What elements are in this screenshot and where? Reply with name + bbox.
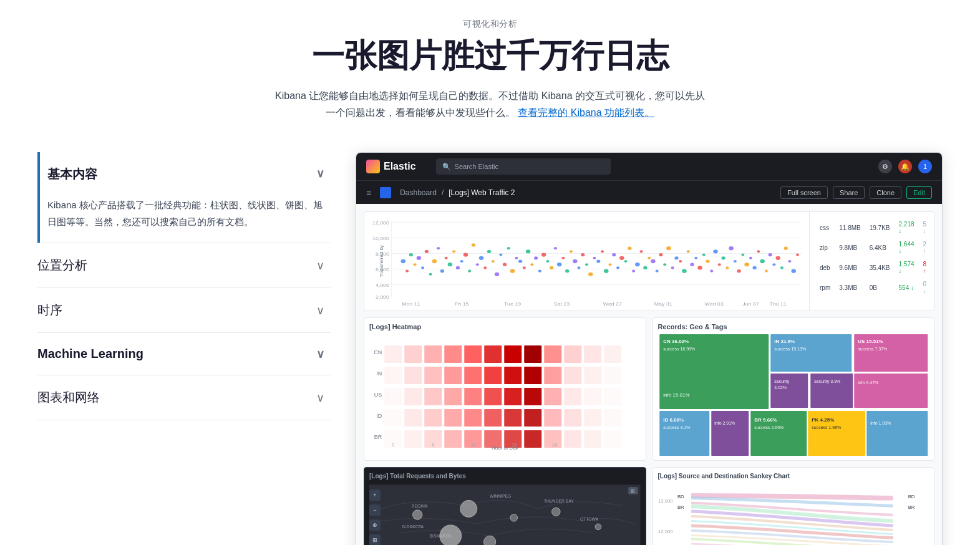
svg-text:12,000: 12,000 bbox=[658, 529, 673, 534]
map-layers-icon[interactable]: ⊞ bbox=[369, 534, 381, 545]
svg-point-101 bbox=[749, 257, 752, 259]
svg-rect-133 bbox=[484, 345, 502, 363]
svg-rect-174 bbox=[584, 409, 601, 427]
svg-rect-151 bbox=[604, 367, 621, 384]
svg-text:13,000: 13,000 bbox=[658, 499, 673, 504]
svg-point-92 bbox=[713, 249, 718, 253]
svg-text:12: 12 bbox=[471, 443, 476, 447]
svg-rect-132 bbox=[464, 345, 482, 363]
svg-point-72 bbox=[635, 263, 640, 266]
kibana-navbar: ≡ Dashboard / [Logs] Web Traffic 2 Full … bbox=[356, 180, 942, 204]
svg-point-74 bbox=[643, 266, 647, 269]
top-chart-panel: Transferred by 12,000 bbox=[364, 211, 934, 311]
accordion-header-time[interactable]: 时序 ∨ bbox=[37, 288, 331, 332]
svg-point-64 bbox=[604, 269, 609, 273]
svg-rect-153 bbox=[404, 388, 422, 405]
svg-rect-166 bbox=[424, 409, 442, 427]
svg-text:Thu 11: Thu 11 bbox=[770, 302, 787, 307]
svg-point-99 bbox=[741, 254, 744, 256]
svg-point-96 bbox=[729, 246, 734, 250]
svg-point-65 bbox=[609, 263, 612, 266]
svg-rect-129 bbox=[404, 345, 422, 363]
accordion-label-basic: 基本内容 bbox=[47, 166, 97, 183]
elastic-logo: Elastic bbox=[366, 160, 416, 173]
nav-actions: Full screen Share Clone Edit bbox=[780, 186, 932, 199]
svg-text:info 15.01%: info 15.01% bbox=[663, 392, 689, 398]
svg-point-66 bbox=[612, 253, 616, 256]
svg-point-55 bbox=[570, 250, 573, 253]
hamburger-icon[interactable]: ≡ bbox=[366, 188, 371, 198]
elastic-icon bbox=[366, 160, 380, 173]
fullscreen-button[interactable]: Full screen bbox=[780, 186, 828, 199]
clone-button[interactable]: Clone bbox=[870, 186, 901, 199]
page-wrapper: 可视化和分析 一张图片胜过千万行日志 Kibana 让您能够自由地选择如何呈现自… bbox=[0, 0, 980, 545]
notifications-icon[interactable]: 🔔 bbox=[898, 160, 912, 173]
svg-point-80 bbox=[666, 246, 671, 250]
left-sidebar: 基本内容 ∧ Kibana 核心产品搭载了一批经典功能：柱状图、线状图、饼图、旭… bbox=[37, 152, 331, 420]
svg-rect-177 bbox=[404, 430, 422, 448]
svg-point-84 bbox=[682, 269, 687, 273]
svg-text:success 3.1%: success 3.1% bbox=[663, 425, 690, 430]
svg-point-112 bbox=[791, 269, 796, 273]
map-panel: [Logs] Total Requests and Bytes + − ⊕ ⊞ … bbox=[364, 467, 646, 545]
search-icon: 🔍 bbox=[442, 163, 451, 171]
search-placeholder: Search Elastic bbox=[455, 163, 498, 170]
svg-text:info 1.93%: info 1.93% bbox=[870, 421, 891, 425]
table-row: zip 9.8MB 6.4KB 1,644 ↓ 2 ↑ bbox=[816, 238, 930, 257]
svg-text:US 15.51%: US 15.51% bbox=[858, 339, 883, 344]
accordion-header-graph[interactable]: 图表和网络 ∨ bbox=[37, 375, 331, 420]
accordion-item-time: 时序 ∨ bbox=[37, 288, 331, 333]
home-icon[interactable] bbox=[380, 187, 391, 198]
svg-text:THUNDER BAY: THUNDER BAY bbox=[544, 499, 574, 503]
svg-point-26 bbox=[456, 266, 460, 269]
svg-rect-164 bbox=[384, 409, 402, 427]
accordion-header-geo[interactable]: 位置分析 ∨ bbox=[37, 243, 331, 287]
table-row: css 11.8MB 19.7KB 2,218 ↓ 5 ↓ bbox=[816, 218, 930, 237]
accordion-item-geo: 位置分析 ∨ bbox=[37, 243, 331, 288]
sankey-title: [Logs] Source and Destination Sankey Cha… bbox=[658, 473, 929, 480]
subtitle-label: 可视化和分析 bbox=[37, 19, 943, 30]
svg-point-102 bbox=[753, 266, 757, 269]
search-bar[interactable]: 🔍 Search Elastic bbox=[436, 158, 611, 175]
svg-rect-152 bbox=[384, 388, 402, 405]
user-avatar[interactable]: 1 bbox=[918, 160, 932, 173]
svg-point-43 bbox=[523, 267, 526, 269]
svg-text:Jun 07: Jun 07 bbox=[742, 302, 759, 307]
edit-button[interactable]: Edit bbox=[906, 186, 932, 199]
svg-text:6: 6 bbox=[432, 443, 434, 447]
map-zoom-out-icon[interactable]: − bbox=[369, 504, 381, 516]
svg-point-95 bbox=[725, 267, 729, 269]
svg-point-24 bbox=[448, 263, 453, 266]
accordion-label-time: 时序 bbox=[37, 302, 62, 319]
y-axis-label: Transferred by bbox=[379, 245, 384, 277]
svg-point-18 bbox=[425, 250, 429, 253]
dashboard-label: Dashboard bbox=[400, 188, 437, 197]
map-locate-icon[interactable]: ⊕ bbox=[369, 519, 381, 531]
svg-text:ID: ID bbox=[376, 413, 382, 419]
accordion-item-basic: 基本内容 ∧ Kibana 核心产品搭载了一批经典功能：柱状图、线状图、饼图、旭… bbox=[37, 152, 331, 243]
svg-text:BD: BD bbox=[908, 494, 915, 499]
svg-point-29 bbox=[468, 270, 471, 272]
settings-icon[interactable]: ⚙ bbox=[878, 160, 892, 173]
accordion-header-ml[interactable]: Machine Learning ∨ bbox=[37, 333, 331, 375]
svg-rect-179 bbox=[444, 430, 462, 448]
kibana-features-link[interactable]: 查看完整的 Kibana 功能列表。 bbox=[518, 107, 654, 118]
topbar-icons: ⚙ 🔔 1 bbox=[878, 160, 932, 173]
breadcrumb-current: [Logs] Web Traffic 2 bbox=[449, 188, 515, 197]
svg-text:info 2.91%: info 2.91% bbox=[714, 421, 735, 425]
svg-point-113 bbox=[796, 254, 799, 256]
accordion-header-basic[interactable]: 基本内容 ∧ bbox=[47, 152, 331, 196]
svg-point-75 bbox=[648, 257, 651, 259]
svg-rect-168 bbox=[464, 409, 482, 427]
map-zoom-in-icon[interactable]: + bbox=[369, 490, 381, 501]
svg-text:success 2.66%: success 2.66% bbox=[754, 425, 784, 430]
svg-rect-130 bbox=[424, 345, 442, 363]
chevron-down-icon-geo: ∨ bbox=[316, 259, 324, 272]
svg-text:success 15.13%: success 15.13% bbox=[774, 347, 806, 351]
svg-rect-185 bbox=[564, 430, 581, 448]
svg-point-90 bbox=[706, 260, 709, 263]
svg-point-31 bbox=[476, 263, 479, 266]
table-row: deb 9.6MB 35.4KB 1,574 ↓ 8 ↑ bbox=[816, 258, 930, 277]
share-button[interactable]: Share bbox=[833, 186, 865, 199]
map-controls: + − ⊕ ⊞ ✎ bbox=[369, 490, 381, 545]
